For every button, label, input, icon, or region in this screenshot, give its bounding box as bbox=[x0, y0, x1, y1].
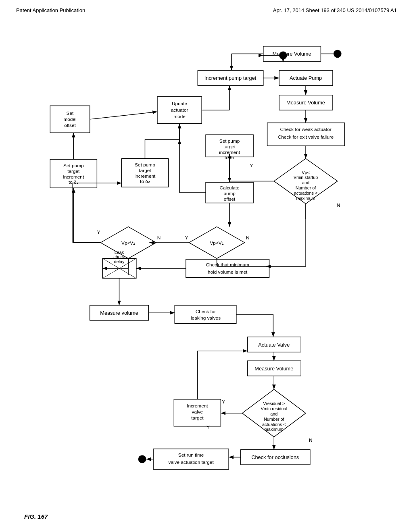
set-pump-target-d1-line2: target bbox=[223, 144, 236, 150]
leak-check-line3: delay bbox=[114, 259, 125, 264]
diamond-v2-label: Vp<V₂ bbox=[121, 240, 135, 246]
set-model-offset-line3: offset bbox=[64, 123, 76, 128]
check-weak-actuator-line2: Check for exit valve failure bbox=[278, 134, 334, 140]
increment-valve-target-line1: Increment bbox=[187, 403, 208, 409]
leak-check-line2: check bbox=[113, 254, 125, 259]
diamond-vmin-line1: Vp< bbox=[302, 170, 310, 175]
calc-pump-offset-line1: Calculate bbox=[219, 185, 240, 191]
set-pump-target-d2-line1: Set pump bbox=[135, 162, 155, 168]
set-pump-target-d1-line1: Set pump bbox=[219, 138, 240, 144]
increment-pump-target-label: Increment pump target bbox=[204, 75, 257, 81]
y-label-vresidual: Y bbox=[222, 399, 225, 405]
diamond-vresidual-line3: and bbox=[270, 411, 277, 416]
increment-valve-target-line2: valve bbox=[192, 409, 203, 415]
update-actuator-line1: Update bbox=[172, 101, 187, 106]
measure-volume-top-label: Measure Volume bbox=[273, 51, 311, 57]
leak-check-line1: Leak bbox=[115, 250, 124, 255]
y-label-vresidual2: Y bbox=[206, 424, 210, 430]
set-pump-target-d2-line2: target bbox=[139, 168, 151, 173]
diamond-vmin-line4: Number of bbox=[296, 185, 316, 190]
calc-pump-offset-line2: pump bbox=[223, 191, 236, 196]
set-pump-target-d3-line4: to δ₃ bbox=[69, 179, 79, 185]
flowchart-svg: Measure Volume Increment pump target Act… bbox=[0, 17, 413, 516]
update-actuator-line3: mode bbox=[173, 114, 186, 119]
check-min-hold-line1: Check that minimum bbox=[206, 262, 249, 268]
n-label-v1: N bbox=[246, 235, 250, 241]
start-dot-top-right bbox=[334, 50, 342, 58]
arrow-smo-to-uam bbox=[90, 112, 157, 119]
diamond-vresidual-line5: actuations < bbox=[262, 422, 286, 427]
diamond-vresidual-line4: Number of bbox=[264, 417, 284, 422]
diagram-area: Measure Volume Increment pump target Act… bbox=[0, 17, 413, 516]
diamond-vmin-line5: actuations < bbox=[294, 191, 318, 195]
check-min-hold-line2: hold volume is met bbox=[208, 269, 248, 275]
diamond-vmin-line2: Vmin startup bbox=[294, 175, 318, 180]
set-pump-target-d3-line2: target bbox=[67, 168, 80, 174]
measure-volume-3-label: Measure volume bbox=[100, 310, 138, 316]
y-label-v2: Y bbox=[97, 229, 100, 235]
header-right: Apr. 17, 2014 Sheet 193 of 340 US 2014/0… bbox=[273, 7, 397, 13]
actuate-pump-label: Actuate Pump bbox=[290, 75, 322, 81]
set-run-time-line1: Set run time bbox=[178, 452, 204, 458]
check-leaking-valves-line1: Check for bbox=[196, 309, 216, 314]
header-left: Patent Application Publication bbox=[16, 7, 85, 13]
diamond-vresidual-line2: Vmin residual bbox=[261, 406, 288, 411]
measure-volume-4-label: Measure Volume bbox=[254, 366, 293, 372]
set-pump-target-d1-line3: increment bbox=[219, 150, 240, 155]
y-label-vmin: Y bbox=[250, 163, 253, 168]
n-label-v2: N bbox=[157, 235, 161, 241]
check-leaking-valves-line2: leaking valves bbox=[191, 315, 221, 321]
measure-volume-2-label: Measure Volume bbox=[286, 100, 325, 106]
n-label-vresidual: N bbox=[309, 437, 313, 443]
update-actuator-line2: actuator bbox=[171, 107, 188, 113]
set-model-offset-line2: model bbox=[63, 116, 76, 122]
set-model-offset-line1: Set bbox=[67, 110, 74, 116]
check-weak-actuator-line1: Check for weak actuator bbox=[280, 127, 331, 132]
n-label-vmin: N bbox=[337, 202, 340, 208]
diamond-vmin-line6: maximum bbox=[296, 196, 315, 201]
diamond-vresidual-line1: Vresidual > bbox=[263, 401, 285, 406]
diamond-vresidual-line6: maximum bbox=[265, 427, 284, 432]
check-occlusions-label: Check for occlusions bbox=[251, 454, 299, 460]
set-pump-target-d2-line3: increment bbox=[135, 173, 156, 179]
set-pump-target-d2-line4: to δ₂ bbox=[140, 179, 150, 184]
figure-label: FIG. 167 bbox=[24, 513, 48, 520]
actuate-valve-label: Actuate Valve bbox=[258, 342, 290, 348]
end-dot-bottom bbox=[138, 455, 146, 463]
header: Patent Application Publication Apr. 17, … bbox=[0, 0, 413, 17]
set-run-time-line2: valve actuation target bbox=[169, 459, 214, 465]
calc-pump-offset-line3: offset bbox=[224, 196, 236, 202]
set-pump-target-d3-line3: increment bbox=[63, 174, 84, 180]
diamond-v1-label: Vp<V₁ bbox=[210, 240, 223, 246]
increment-valve-target-line3: target bbox=[191, 415, 204, 421]
set-pump-target-d3-line1: Set pump bbox=[63, 163, 84, 168]
y-label-v1: Y bbox=[185, 235, 188, 241]
diamond-vmin-line3: and bbox=[302, 180, 309, 185]
